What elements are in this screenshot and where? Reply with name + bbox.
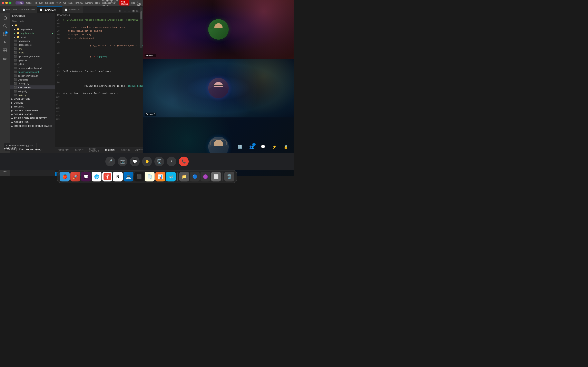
menu-window[interactable]: Window <box>85 2 93 4</box>
back-icon[interactable]: ← <box>123 9 126 13</box>
file-gitignore[interactable]: ⬛ .gitignore <box>10 58 55 62</box>
dock-charts[interactable]: 📊 <box>155 172 165 182</box>
menu-code[interactable]: Code <box>26 2 31 4</box>
maximize-button[interactable] <box>9 2 11 4</box>
file-setupcfg[interactable]: ⬛ setup.cfg <box>10 89 55 93</box>
search-icon[interactable] <box>2 23 8 29</box>
menu-selection[interactable]: Selection <box>45 2 54 4</box>
people-button[interactable]: 👥 4 <box>247 143 256 151</box>
close-tab-icon[interactable]: ✕ <box>58 8 60 11</box>
section-timeline[interactable]: ▶ TIMELINE <box>10 105 55 109</box>
dock-notes[interactable]: 🗒️ <box>145 172 155 182</box>
dock-slack[interactable]: 💬 <box>81 172 91 182</box>
file-precommit[interactable]: ⬛ .pre-commit-config.yaml <box>10 66 55 70</box>
source-control-icon[interactable]: 3 <box>2 31 8 37</box>
activities-button[interactable]: ⚡ <box>270 143 278 151</box>
section-azure-container-registry[interactable]: ▶ AZURE CONTAINER REGISTRY <box>10 117 55 120</box>
menu-run[interactable]: Run <box>68 2 72 4</box>
tab-terminal[interactable]: TERMINAL <box>103 148 117 152</box>
section-docker-containers[interactable]: ▶ DOCKER CONTAINERS <box>10 109 55 113</box>
dock-files1[interactable]: 📁 <box>179 172 189 182</box>
forward-icon[interactable]: → <box>128 9 131 13</box>
breadcrumb-work[interactable]: Work <box>12 20 17 22</box>
run-debug-icon[interactable] <box>2 39 8 45</box>
menu-go[interactable]: Go <box>63 2 66 4</box>
chat-button[interactable]: 💬 <box>259 143 267 151</box>
sidebar-more-icon[interactable]: ⋯ <box>50 15 52 17</box>
file-git-blame[interactable]: ⬛ .git-blame-ignore-revs <box>10 54 55 58</box>
hide-button[interactable]: Hide <box>131 2 135 4</box>
section-suggested-images[interactable]: ▶ SUGGESTED DOCKER HUB IMAGES <box>10 124 55 128</box>
dock-docker[interactable]: 🐳 <box>166 172 176 182</box>
tab-jupyter[interactable]: JUPYTER <box>134 148 143 152</box>
folder-requirements[interactable]: ▶ 📁 requirements <box>10 31 55 35</box>
tab-backups[interactable]: 📄 backups.rst <box>62 6 83 13</box>
file-coveragerc[interactable]: ⬛ .coveragerc <box>10 39 55 43</box>
dock-finder[interactable]: 🍎 <box>60 172 70 182</box>
dock-terminal[interactable]: ⬛ <box>134 172 144 182</box>
security-button[interactable]: 🔒 <box>282 143 290 151</box>
info-button[interactable]: ℹ️ <box>236 143 244 151</box>
end-call-button[interactable]: 📞 <box>179 157 189 166</box>
dock-calendar[interactable]: DEC 3 <box>102 172 112 182</box>
tab-output[interactable]: OUTPUT <box>73 148 85 152</box>
dock-app2[interactable]: 🟣 <box>200 172 210 182</box>
section-outline[interactable]: ▶ OUTLINE <box>10 101 55 105</box>
raise-hand-button[interactable]: ✋ <box>142 157 152 166</box>
stop-sharing-button[interactable]: Stop sharing <box>120 0 130 6</box>
code-area[interactable]: 85 #. Download and restore database arch… <box>55 17 143 147</box>
folder-registration[interactable]: ▶ 📁 registration <box>10 27 55 31</box>
eye-icon[interactable]: 👁 <box>119 9 122 13</box>
dock-app1[interactable]: 🔵 <box>190 172 200 182</box>
more-options-button[interactable]: ⋮ <box>167 157 176 166</box>
section-docker-hub[interactable]: ▶ DOCKER HUB <box>10 120 55 124</box>
folder-talent[interactable]: ▶ 📁 talent <box>10 35 55 39</box>
menu-terminal[interactable]: Terminal <box>75 2 83 4</box>
file-envrc[interactable]: ⬛ .envrc U <box>10 50 55 54</box>
tab-debug-console[interactable]: DEBUG CONSOLE <box>87 147 101 153</box>
menu-help[interactable]: Help <box>95 2 100 4</box>
breadcrumb-tech[interactable]: Tech <box>19 20 24 22</box>
minimize-button[interactable] <box>5 2 8 4</box>
dock-launchpad[interactable]: 🚀 <box>70 172 80 182</box>
file-readme[interactable]: ⬛ README.rst <box>10 85 55 89</box>
present-button[interactable]: 🖥️ <box>154 157 164 166</box>
chevron-right-icon: ▶ <box>11 102 13 104</box>
docker-icon[interactable] <box>2 55 8 62</box>
file-docker-compose[interactable]: ⬛ docker-compose.yml <box>10 70 55 74</box>
dock-notion[interactable]: N <box>113 172 123 182</box>
camera-button[interactable]: 📷 <box>118 157 127 166</box>
file-jshintrc[interactable]: ⬛ .jshintrc <box>10 62 55 66</box>
file-name: .jshintrc <box>18 63 26 66</box>
tab-gitlens[interactable]: GITLENS <box>119 148 131 152</box>
extensions-icon[interactable] <box>2 47 8 54</box>
scrollbar-thumb[interactable] <box>140 13 142 19</box>
file-env[interactable]: ⬛ .env <box>10 47 55 50</box>
menu-file[interactable]: File <box>34 2 37 4</box>
file-dockerignore[interactable]: ⬛ .dockerignore <box>10 43 55 47</box>
close-button[interactable] <box>2 2 4 4</box>
preview-icon[interactable]: ⊞ <box>132 9 135 13</box>
captions-button[interactable]: 💬 <box>130 157 140 166</box>
file-managepy[interactable]: ⬛ manage.py <box>10 82 55 85</box>
section-docker-images[interactable]: ▶ DOCKER IMAGES <box>10 113 55 117</box>
tab-email[interactable]: 📄 email_limit_reset_request.txt <box>0 6 37 13</box>
menu-view[interactable]: View <box>57 2 61 4</box>
minimap-scrollbar[interactable] <box>140 13 143 48</box>
tab-readme[interactable]: 📄 README.rst ✕ <box>37 6 62 13</box>
dock-divider2 <box>223 173 223 181</box>
dock-trash[interactable]: 🗑️ <box>224 172 234 182</box>
dock-app3[interactable]: ⬜ <box>211 172 221 182</box>
dock-vscode[interactable]: 💻 <box>123 172 133 182</box>
section-open-editors[interactable]: ▶ OPEN EDITORS <box>10 97 55 101</box>
file-docker-entrypoint[interactable]: ⬛ docker-entrypoint.sh <box>10 74 55 78</box>
explorer-icon[interactable] <box>2 15 8 21</box>
menu-edit[interactable]: Edit <box>39 2 43 4</box>
split-icon[interactable]: ⧉ <box>136 9 138 13</box>
dock-chrome[interactable]: 🌐 <box>92 172 102 182</box>
file-dockerfile[interactable]: ⬛ Dockerfile <box>10 78 55 82</box>
microphone-button[interactable]: 🎤 <box>105 157 115 166</box>
tab-problems[interactable]: PROBLEMS <box>56 148 71 152</box>
file-taskspy[interactable]: ⬛ tasks.py <box>10 93 55 97</box>
root-folder[interactable]: ▼ 📁 <box>10 24 55 27</box>
